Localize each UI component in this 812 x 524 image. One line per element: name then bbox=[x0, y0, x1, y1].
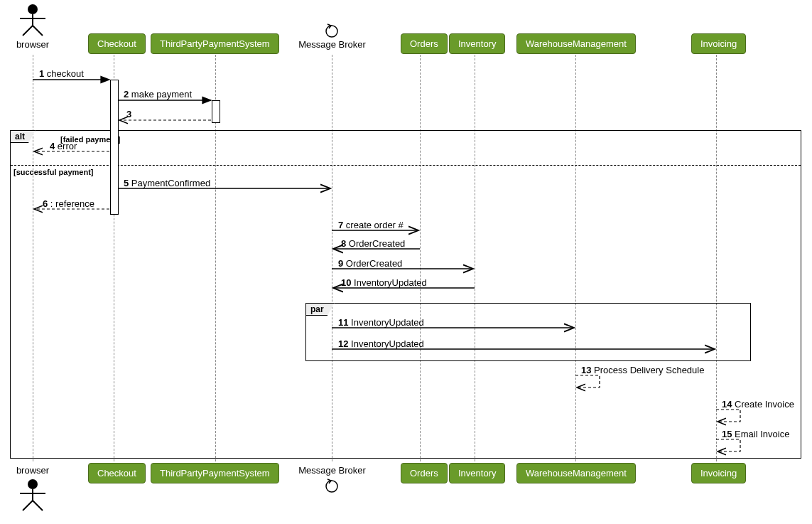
participant-label: browser bbox=[16, 465, 49, 476]
participant-inventory-bottom: Inventory bbox=[449, 463, 505, 483]
message-text: make payment bbox=[131, 89, 192, 100]
message-text: PaymentConfirmed bbox=[131, 178, 210, 188]
message-12: 12 InventoryUpdated bbox=[338, 338, 424, 349]
participant-checkout-top: Checkout bbox=[88, 33, 146, 54]
participant-browser-bottom: browser bbox=[14, 465, 51, 476]
fragment-tag-text: par bbox=[310, 304, 324, 314]
fragment-tag: par bbox=[305, 303, 335, 316]
message-text: error bbox=[58, 141, 77, 151]
message-1: 1 checkout bbox=[39, 68, 84, 79]
participant-tpps-bottom: ThirdPartyPaymentSystem bbox=[151, 463, 279, 483]
participant-label: Message Broker bbox=[298, 39, 366, 50]
participant-wms-bottom: WarehouseManagement bbox=[516, 463, 636, 483]
participant-browser-top: browser bbox=[14, 39, 51, 50]
message-text: OrderCreated bbox=[346, 258, 402, 269]
participant-orders-bottom: Orders bbox=[401, 463, 448, 483]
participant-label: ThirdPartyPaymentSystem bbox=[160, 38, 270, 49]
message-num: 5 bbox=[124, 178, 129, 188]
message-num: 4 bbox=[50, 141, 55, 151]
control-icon bbox=[319, 478, 345, 498]
message-text: InventoryUpdated bbox=[351, 338, 424, 349]
svg-line-20 bbox=[33, 501, 43, 510]
participant-label: Invoicing bbox=[700, 38, 737, 49]
message-text: Email Invoice bbox=[735, 429, 789, 439]
message-5: 5 PaymentConfirmed bbox=[124, 178, 210, 188]
svg-point-4 bbox=[326, 26, 337, 37]
fragment-guard-success: [successful payment] bbox=[13, 168, 93, 176]
participant-label: Inventory bbox=[458, 468, 496, 478]
message-num: 10 bbox=[341, 277, 351, 288]
participant-checkout-bottom: Checkout bbox=[88, 463, 146, 483]
actor-body-icon bbox=[18, 14, 47, 38]
message-15: 15 Email Invoice bbox=[722, 429, 789, 439]
participant-label: Inventory bbox=[458, 38, 496, 49]
message-num: 3 bbox=[126, 109, 131, 119]
message-num: 9 bbox=[338, 258, 343, 269]
message-2: 2 make payment bbox=[124, 89, 192, 100]
message-num: 12 bbox=[338, 338, 348, 349]
participant-label: WarehouseManagement bbox=[526, 468, 627, 478]
sequence-diagram: browser Checkout ThirdPartyPaymentSystem… bbox=[0, 0, 812, 524]
message-text: OrderCreated bbox=[349, 238, 405, 249]
participant-label: Orders bbox=[410, 468, 438, 478]
actor-head-icon bbox=[28, 4, 38, 14]
participant-label: Checkout bbox=[97, 468, 136, 478]
participant-label: ThirdPartyPaymentSystem bbox=[160, 468, 270, 478]
svg-line-19 bbox=[23, 501, 33, 510]
control-icon bbox=[319, 18, 345, 38]
message-10: 10 InventoryUpdated bbox=[341, 277, 427, 288]
message-7: 7 create order # bbox=[338, 220, 404, 230]
message-8: 8 OrderCreated bbox=[341, 238, 405, 249]
participant-invoicing-bottom: Invoicing bbox=[691, 463, 746, 483]
message-13: 13 Process Delivery Schedule bbox=[581, 365, 704, 375]
participant-broker-bottom: Message Broker bbox=[295, 465, 369, 476]
participant-invoicing-top: Invoicing bbox=[691, 33, 746, 54]
participant-label: WarehouseManagement bbox=[526, 38, 627, 49]
participant-label: Checkout bbox=[97, 38, 136, 49]
message-4: 4 error bbox=[50, 141, 77, 151]
message-text: InventoryUpdated bbox=[354, 277, 427, 288]
participant-tpps-top: ThirdPartyPaymentSystem bbox=[151, 33, 279, 54]
message-num: 2 bbox=[124, 89, 129, 100]
participant-label: Orders bbox=[410, 38, 438, 49]
svg-line-3 bbox=[33, 26, 43, 36]
fragment-tag-text: alt bbox=[15, 132, 25, 141]
participant-broker-top: Message Broker bbox=[295, 39, 369, 50]
participant-label: browser bbox=[16, 39, 49, 50]
fragment-tag: alt bbox=[10, 130, 36, 143]
message-num: 11 bbox=[338, 317, 348, 328]
participant-wms-top: WarehouseManagement bbox=[516, 33, 636, 54]
fragment-divider bbox=[11, 165, 801, 166]
message-num: 8 bbox=[341, 238, 346, 249]
actor-body-icon bbox=[18, 489, 47, 513]
participant-inventory-top: Inventory bbox=[449, 33, 505, 54]
message-num: 14 bbox=[722, 399, 732, 410]
participant-label: Message Broker bbox=[298, 465, 366, 476]
activation-checkout bbox=[110, 80, 119, 215]
message-text: Process Delivery Schedule bbox=[594, 365, 704, 375]
message-num: 6 bbox=[43, 198, 48, 209]
participant-orders-top: Orders bbox=[401, 33, 448, 54]
message-text: create order # bbox=[346, 220, 404, 230]
message-num: 1 bbox=[39, 68, 44, 79]
message-text: InventoryUpdated bbox=[351, 317, 424, 328]
message-6: 6 : reference bbox=[43, 198, 94, 209]
message-num: 15 bbox=[722, 429, 732, 439]
message-text: : reference bbox=[50, 198, 94, 209]
message-num: 7 bbox=[338, 220, 343, 230]
message-14: 14 Create Invoice bbox=[722, 399, 794, 410]
fragment-par: par bbox=[305, 303, 751, 361]
activation-tpps bbox=[212, 100, 220, 123]
message-9: 9 OrderCreated bbox=[338, 258, 402, 269]
message-num: 13 bbox=[581, 365, 591, 375]
message-11: 11 InventoryUpdated bbox=[338, 317, 424, 328]
svg-point-21 bbox=[326, 481, 337, 492]
message-text: Create Invoice bbox=[735, 399, 794, 410]
message-3: 3 bbox=[126, 109, 131, 119]
participant-label: Invoicing bbox=[700, 468, 737, 478]
message-text: checkout bbox=[47, 68, 84, 79]
svg-line-2 bbox=[23, 26, 33, 36]
actor-head-icon bbox=[28, 479, 38, 489]
